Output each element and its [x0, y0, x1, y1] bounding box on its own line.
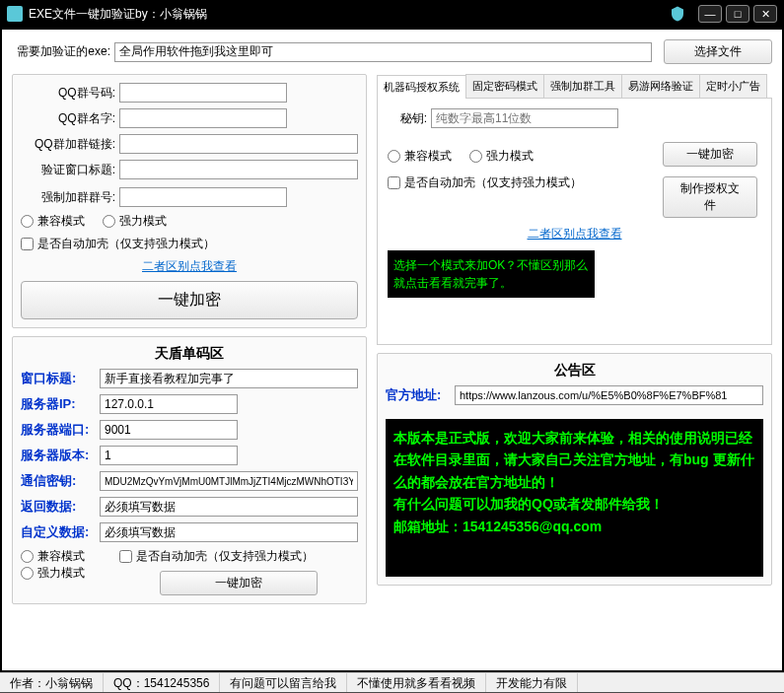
left-compat-radio[interactable]: 兼容模式	[21, 213, 85, 230]
tab-autoshell-check[interactable]: 是否自动加壳（仅支持强力模式）	[388, 175, 582, 189]
tab-force-group[interactable]: 强制加群工具	[543, 74, 622, 98]
qq-group-name-input[interactable]	[119, 108, 287, 128]
close-button[interactable]: ✕	[753, 5, 777, 23]
td-encrypt-button[interactable]: 一键加密	[160, 571, 318, 595]
shield-icon	[669, 5, 686, 23]
app-icon	[7, 6, 23, 22]
td-ip-input[interactable]	[100, 394, 238, 414]
td-ip-label: 服务器IP:	[21, 395, 100, 413]
td-port-label: 服务器端口:	[21, 421, 100, 439]
td-strong-radio[interactable]: 强力模式	[21, 566, 85, 580]
td-wintitle-input[interactable]	[100, 369, 358, 388]
make-auth-button[interactable]: 制作授权文件	[663, 176, 757, 218]
tab-encrypt-button[interactable]: 一键加密	[663, 142, 757, 167]
official-url-input[interactable]	[455, 385, 763, 405]
status-msg3: 开发能力有限	[486, 673, 578, 692]
tab-machine-auth[interactable]: 机器码授权系统	[377, 75, 466, 99]
td-return-label: 返回数据:	[21, 498, 100, 516]
left-strong-radio[interactable]: 强力模式	[103, 213, 167, 230]
verify-title-input[interactable]	[119, 160, 358, 179]
minimize-button[interactable]: —	[698, 5, 722, 23]
td-ver-label: 服务器版本:	[21, 447, 100, 464]
tiandun-title: 天盾单码区	[21, 345, 358, 363]
td-wintitle-label: 窗口标题:	[21, 370, 100, 387]
tab-yiyou[interactable]: 易游网络验证	[621, 74, 700, 98]
force-group-input[interactable]	[119, 187, 287, 207]
status-author: 作者：小翁锅锅	[0, 673, 104, 692]
force-group-label: 强制加群群号:	[21, 189, 115, 206]
secret-input[interactable]	[431, 108, 618, 128]
select-file-button[interactable]: 选择文件	[664, 39, 772, 64]
left-diff-link[interactable]: 二者区别点我查看	[142, 259, 237, 273]
td-ver-input[interactable]	[100, 446, 238, 465]
td-custom-label: 自定义数据:	[21, 523, 100, 541]
window-title: EXE文件一键加验证by：小翁锅锅	[29, 6, 669, 23]
secret-label: 秘钥:	[388, 110, 427, 127]
exe-path-input[interactable]	[114, 42, 652, 62]
td-port-input[interactable]	[100, 420, 238, 440]
tab-strong-radio[interactable]: 强力模式	[469, 148, 534, 165]
td-custom-input[interactable]	[100, 522, 358, 542]
verify-title-label: 验证窗口标题:	[21, 162, 115, 178]
status-msg1: 有问题可以留言给我	[220, 673, 347, 692]
qq-group-link-label: QQ群加群链接:	[21, 136, 115, 153]
notice-title: 公告区	[386, 362, 763, 380]
announcement-box: 本版本是正式版，欢迎大家前来体验，相关的使用说明已经在软件目录里面，请大家自己关…	[386, 419, 763, 577]
exe-path-label: 需要加验证的exe:	[12, 43, 110, 60]
qq-group-link-input[interactable]	[119, 134, 358, 154]
tab-diff-link[interactable]: 二者区别点我查看	[528, 227, 622, 241]
left-autoshell-check[interactable]: 是否自动加壳（仅支持强力模式）	[21, 237, 215, 250]
official-label: 官方地址:	[386, 386, 455, 404]
qq-group-name-label: QQ群名字:	[21, 110, 115, 127]
maximize-button[interactable]: □	[726, 5, 749, 23]
status-msg2: 不懂使用就多看看视频	[347, 673, 486, 692]
tab-fixed-pwd[interactable]: 固定密码模式	[465, 74, 544, 98]
td-compat-radio[interactable]: 兼容模式	[21, 549, 85, 563]
td-autoshell-check[interactable]: 是否自动加壳（仅支持强力模式）	[119, 549, 314, 563]
td-key-label: 通信密钥:	[21, 472, 100, 490]
qq-group-no-label: QQ群号码:	[21, 85, 115, 102]
left-encrypt-button[interactable]: 一键加密	[21, 281, 358, 319]
status-qq: QQ：1541245356	[104, 673, 220, 692]
mode-hint-box: 选择一个模式来加OK？不懂区别那么就点击看看就完事了。	[388, 250, 595, 298]
tab-compat-radio[interactable]: 兼容模式	[388, 148, 452, 165]
qq-group-no-input[interactable]	[119, 83, 287, 103]
tab-timed-ad[interactable]: 定时小广告	[699, 74, 767, 98]
td-key-input[interactable]	[100, 471, 358, 491]
td-return-input[interactable]	[100, 497, 358, 517]
